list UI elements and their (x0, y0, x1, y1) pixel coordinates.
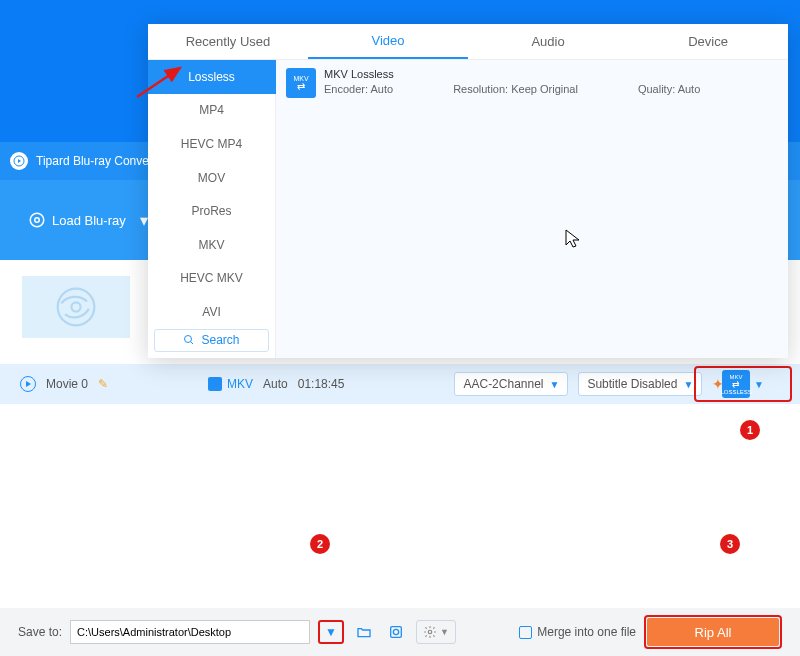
movie-thumbnail[interactable] (22, 276, 130, 338)
sidebar-item-mp4[interactable]: MP4 (148, 94, 275, 128)
sidebar-item-hevc-mkv[interactable]: HEVC MKV (148, 262, 275, 296)
save-path-dropdown[interactable]: ▼ (318, 620, 344, 644)
sidebar-item-avi[interactable]: AVI (148, 295, 275, 329)
preset-title: MKV Lossless (324, 68, 778, 80)
chevron-down-icon: ▼ (683, 379, 693, 390)
load-dropdown-icon[interactable]: ▾ (140, 211, 148, 230)
preset-resolution: Resolution: Keep Original (453, 83, 578, 95)
annotation-3: 3 (720, 534, 740, 554)
format-search-button[interactable]: Search (154, 329, 269, 352)
preset-mkv-lossless[interactable]: MKV ⇄ MKV Lossless Encoder: Auto Resolut… (286, 68, 778, 98)
output-format-selector[interactable]: MKV ⇄ LOSSLESS ▼ (694, 366, 792, 402)
save-path-input[interactable] (70, 620, 310, 644)
svg-point-11 (428, 630, 432, 634)
preset-encoder: Encoder: Auto (324, 83, 393, 95)
format-popup: Recently Used Video Audio Device Lossles… (148, 24, 788, 358)
movie-title: Movie 0 (46, 377, 88, 391)
svg-point-5 (30, 213, 44, 227)
history-button[interactable] (384, 620, 408, 644)
disc-icon (28, 211, 46, 229)
chevron-down-icon: ▼ (754, 379, 764, 390)
svg-point-7 (58, 289, 95, 326)
svg-point-12 (185, 336, 192, 343)
chevron-down-icon: ▼ (550, 379, 560, 390)
bluray-disc-icon (54, 285, 98, 329)
svg-point-6 (35, 218, 40, 223)
checkbox-icon (519, 626, 532, 639)
svg-marker-1 (18, 159, 21, 163)
rip-all-button[interactable]: Rip All (647, 618, 779, 646)
sidebar-item-mkv[interactable]: MKV (148, 228, 275, 262)
bottom-bar: Save to: ▼ ▼ Merge into one file Rip All (0, 608, 800, 656)
gear-icon (423, 625, 437, 639)
svg-rect-9 (391, 627, 402, 638)
search-icon (183, 334, 195, 346)
save-to-label: Save to: (18, 625, 62, 639)
format-chip: MKV (208, 377, 253, 391)
tab-audio[interactable]: Audio (468, 24, 628, 59)
format-tabs: Recently Used Video Audio Device (148, 24, 788, 60)
tab-recently-used[interactable]: Recently Used (148, 24, 308, 59)
open-folder-button[interactable] (352, 620, 376, 644)
tab-video[interactable]: Video (308, 24, 468, 59)
subtitle-dropdown[interactable]: Subtitle Disabled ▼ (578, 372, 702, 396)
mkv-lossless-badge-icon: MKV ⇄ LOSSLESS (722, 370, 750, 398)
play-icon[interactable] (20, 376, 36, 392)
format-sidebar: Lossless MP4 HEVC MP4 MOV ProRes MKV HEV… (148, 60, 276, 358)
merge-checkbox[interactable]: Merge into one file (519, 625, 636, 639)
annotation-2: 2 (310, 534, 330, 554)
settings-dropdown[interactable]: ▼ (416, 620, 456, 644)
svg-point-8 (71, 302, 80, 311)
sidebar-item-lossless[interactable]: Lossless (148, 60, 275, 94)
preset-quality: Quality: Auto (638, 83, 700, 95)
tab-device[interactable]: Device (628, 24, 788, 59)
annotation-1: 1 (740, 420, 760, 440)
svg-line-13 (191, 342, 194, 345)
movie-track-row: Movie 0 ✎ MKV Auto 01:18:45 AAC-2Channel… (0, 364, 800, 404)
app-logo-icon (10, 152, 28, 170)
load-bluray-button[interactable]: Load Blu-ray (18, 205, 136, 235)
track-encoder: Auto (263, 377, 288, 391)
track-duration: 01:18:45 (298, 377, 345, 391)
mkv-lossless-badge-icon: MKV ⇄ (286, 68, 316, 98)
format-badge-icon (208, 377, 222, 391)
rip-all-highlight: Rip All (644, 615, 782, 649)
rename-icon[interactable]: ✎ (98, 377, 108, 391)
audio-dropdown[interactable]: AAC-2Channel ▼ (454, 372, 568, 396)
sidebar-item-prores[interactable]: ProRes (148, 194, 275, 228)
sidebar-item-mov[interactable]: MOV (148, 161, 275, 195)
sidebar-item-hevc-mp4[interactable]: HEVC MP4 (148, 127, 275, 161)
format-preset-list: MKV ⇄ MKV Lossless Encoder: Auto Resolut… (276, 60, 788, 358)
svg-point-10 (393, 629, 398, 634)
